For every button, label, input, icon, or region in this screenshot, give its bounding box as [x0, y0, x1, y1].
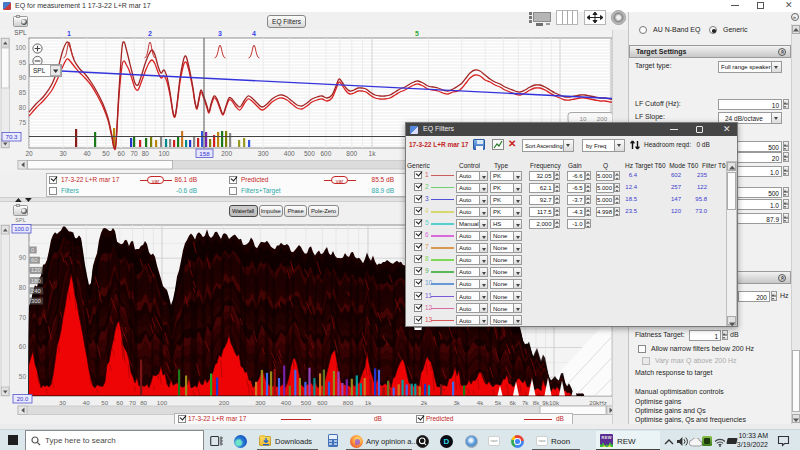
svg-text:100.0: 100.0 [14, 226, 29, 232]
svg-text:2k: 2k [421, 399, 428, 406]
svg-text:0: 0 [31, 247, 34, 253]
svg-text:4: 4 [252, 30, 256, 37]
svg-text:10: 10 [580, 115, 587, 122]
svg-text:95: 95 [19, 59, 27, 66]
svg-text:30: 30 [59, 399, 66, 406]
svg-text:7k: 7k [522, 399, 529, 406]
svg-text:240: 240 [31, 288, 41, 294]
svg-text:50: 50 [101, 399, 108, 406]
svg-text:5k: 5k [495, 399, 502, 406]
svg-text:180: 180 [31, 278, 41, 284]
svg-text:600: 600 [317, 399, 328, 406]
svg-text:60: 60 [118, 150, 126, 157]
svg-text:70: 70 [129, 399, 136, 406]
svg-text:4k: 4k [477, 399, 484, 406]
svg-text:20: 20 [25, 150, 33, 157]
svg-text:200: 200 [219, 399, 230, 406]
svg-text:120: 120 [31, 267, 41, 273]
svg-text:70.3: 70.3 [5, 133, 18, 140]
svg-text:80: 80 [142, 150, 150, 157]
svg-text:20.0: 20.0 [17, 396, 28, 402]
svg-text:SPL: SPL [33, 67, 46, 74]
svg-text:90: 90 [19, 254, 27, 261]
svg-text:400: 400 [281, 399, 292, 406]
svg-text:3k: 3k [453, 399, 460, 406]
svg-text:80: 80 [19, 284, 27, 291]
svg-text:90: 90 [19, 74, 27, 81]
svg-text:1k: 1k [369, 150, 377, 157]
svg-text:300: 300 [258, 150, 269, 157]
svg-text:80: 80 [19, 104, 27, 111]
svg-text:6k: 6k [509, 399, 516, 406]
svg-text:60: 60 [116, 399, 123, 406]
svg-text:50: 50 [19, 373, 27, 380]
svg-text:60: 60 [19, 343, 27, 350]
svg-text:200: 200 [597, 115, 608, 122]
svg-text:300: 300 [31, 298, 41, 304]
svg-text:500: 500 [304, 150, 315, 157]
svg-text:100: 100 [157, 399, 168, 406]
svg-text:1: 1 [67, 30, 71, 37]
svg-text:800: 800 [346, 150, 357, 157]
svg-text:8k: 8k [533, 399, 540, 406]
svg-text:40: 40 [83, 150, 91, 157]
svg-text:SPL: SPL [15, 217, 25, 223]
svg-text:70: 70 [19, 314, 27, 321]
svg-text:20kHz: 20kHz [589, 399, 607, 406]
svg-text:500: 500 [301, 399, 312, 406]
svg-text:10k: 10k [549, 399, 560, 406]
svg-text:800: 800 [343, 399, 354, 406]
svg-text:100: 100 [15, 44, 26, 51]
svg-text:75: 75 [19, 119, 27, 126]
svg-text:40: 40 [83, 399, 90, 406]
svg-text:1k: 1k [365, 399, 372, 406]
svg-text:50: 50 [102, 150, 110, 157]
svg-text:5: 5 [415, 30, 419, 37]
svg-text:60: 60 [31, 257, 37, 263]
svg-text:300: 300 [255, 399, 266, 406]
svg-text:400: 400 [284, 150, 295, 157]
svg-text:80: 80 [140, 399, 147, 406]
svg-text:30: 30 [59, 150, 67, 157]
svg-text:3: 3 [218, 30, 222, 37]
svg-text:2: 2 [148, 30, 152, 37]
svg-text:600: 600 [320, 150, 331, 157]
svg-text:100: 100 [159, 150, 170, 157]
svg-text:70: 70 [130, 150, 138, 157]
svg-text:85: 85 [19, 89, 27, 96]
svg-text:SPL: SPL [14, 30, 27, 36]
svg-text:200: 200 [221, 150, 232, 157]
svg-text:158: 158 [199, 150, 210, 157]
